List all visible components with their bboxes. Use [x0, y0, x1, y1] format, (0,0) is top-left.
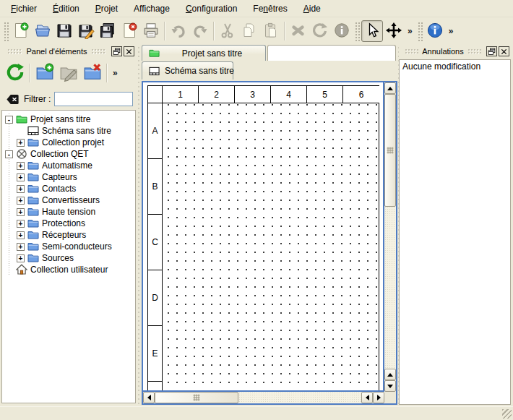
row-header-column: ABCDE	[148, 103, 163, 392]
toolbar-separator	[106, 64, 108, 82]
tree-item-collection-projet[interactable]: +Collection projet	[2, 137, 135, 148]
close-file-button[interactable]	[118, 20, 140, 42]
new-category-button[interactable]	[33, 61, 56, 85]
left-splitter-handle[interactable]	[137, 45, 141, 405]
toolbar-extension-button[interactable]: »	[110, 68, 121, 78]
tab-projet-sans-titre[interactable]: Projet sans titre	[142, 45, 266, 61]
about-button[interactable]	[424, 20, 446, 42]
save-button[interactable]	[53, 20, 75, 42]
tree-item-protections[interactable]: +Protections	[2, 218, 135, 229]
scroll-down-button[interactable]	[384, 380, 396, 392]
menu-fichier[interactable]: Fichier	[4, 1, 43, 16]
schema-view[interactable]: 123456 ABCDE	[142, 81, 397, 405]
scroll-left-button-2[interactable]	[361, 392, 373, 403]
tree-item-haute-tension[interactable]: +Haute tension	[2, 206, 135, 218]
menu-affichage[interactable]: Affichage	[127, 1, 176, 16]
toolbar-separator	[213, 22, 215, 40]
scroll-up-button[interactable]	[384, 82, 396, 94]
tree-expander-icon[interactable]: -	[5, 116, 13, 124]
copy-icon	[241, 22, 258, 40]
tree-folder-blue-icon	[27, 229, 39, 241]
schema-tab-label: Schéma sans titre	[165, 66, 234, 76]
up-arrow-icon	[387, 87, 393, 90]
tree-item-schema-sans-titre[interactable]: Schéma sans titre	[2, 125, 135, 137]
tree-expander-icon[interactable]: +	[17, 208, 25, 216]
tree-item-projet-sans-titre[interactable]: -Projet sans titre	[2, 113, 135, 125]
tree-item-recepteurs[interactable]: +Récepteurs	[2, 229, 135, 241]
tree-item-capteurs[interactable]: +Capteurs	[2, 171, 135, 183]
reload-collections-button[interactable]	[3, 61, 27, 85]
right-dock-title: Annulations	[422, 47, 464, 56]
tree-expander-icon[interactable]: +	[17, 173, 25, 181]
horizontal-scroll-thumb[interactable]	[155, 392, 238, 403]
filter-row: Filtrer :	[1, 88, 137, 110]
move-mode-button[interactable]	[383, 20, 405, 42]
tree-item-label: Capteurs	[42, 172, 77, 182]
column-header-3: 3	[235, 86, 271, 103]
left-dock-float-button[interactable]	[111, 46, 122, 56]
filter-input[interactable]	[54, 92, 133, 106]
menu-projet[interactable]: Projet	[89, 1, 124, 16]
tree-item-contacts[interactable]: +Contacts	[2, 183, 135, 194]
tree-expander-icon[interactable]: +	[17, 220, 25, 228]
delete-category-button[interactable]	[80, 61, 104, 85]
select-mode-button[interactable]	[361, 20, 383, 42]
vertical-scroll-thumb[interactable]	[384, 94, 396, 207]
save-all-button[interactable]	[97, 20, 118, 42]
new-project-button[interactable]	[10, 20, 32, 42]
left-dock-titlebar[interactable]: Panel d'éléments	[1, 45, 137, 58]
tree-qet-icon	[16, 148, 27, 160]
toolbar-handle[interactable]	[354, 21, 360, 41]
tree-expander-icon[interactable]: +	[17, 197, 25, 205]
tab-schema-sans-titre[interactable]: Schéma sans titre	[142, 61, 233, 80]
tree-item-convertisseurs[interactable]: +Convertisseurs	[2, 194, 135, 206]
menu-configuration[interactable]: Configuration	[179, 1, 243, 16]
tree-item-automatisme[interactable]: +Automatisme	[2, 160, 135, 171]
tree-item-label: Schéma sans titre	[42, 126, 111, 136]
tree-expander-icon[interactable]: +	[17, 254, 25, 262]
horizontal-scrollbar[interactable]	[143, 392, 384, 403]
toolbar-handle[interactable]	[417, 21, 423, 41]
tree-expander-icon[interactable]: +	[17, 139, 25, 147]
scroll-up-button-2[interactable]	[384, 369, 396, 380]
dock-drag-handle[interactable]	[7, 48, 22, 54]
clear-filter-button[interactable]	[5, 93, 20, 106]
tree-item-sources[interactable]: +Sources	[2, 252, 135, 264]
resize-grip[interactable]	[502, 409, 512, 419]
save-as-button[interactable]	[75, 20, 97, 42]
right-dock-float-button[interactable]	[486, 46, 497, 56]
menubar: FichierÉditionProjetAffichageConfigurati…	[0, 0, 513, 17]
left-dock-close-button[interactable]	[124, 46, 134, 56]
menu-fenetres[interactable]: Fenêtres	[246, 1, 293, 16]
tree-item-collection-qet[interactable]: -Collection QET	[2, 148, 135, 160]
tree-expander-icon[interactable]: +	[17, 162, 25, 170]
schema-canvas[interactable]: 123456 ABCDE	[143, 82, 384, 392]
vertical-scrollbar[interactable]	[384, 82, 396, 392]
print-button[interactable]	[140, 20, 162, 42]
right-dock-close-button[interactable]	[499, 46, 509, 56]
tree-item-label: Sources	[42, 253, 74, 263]
toolbar-handle[interactable]	[3, 21, 9, 41]
column-header-row: 123456	[148, 86, 379, 103]
dock-drag-handle[interactable]	[91, 48, 106, 54]
tree-expander-icon[interactable]: -	[5, 150, 13, 158]
tree-expander-icon[interactable]: +	[17, 185, 25, 193]
tree-expander-icon[interactable]: +	[17, 231, 25, 239]
undo-list-item[interactable]: Aucune modification	[400, 60, 510, 73]
right-dock-titlebar[interactable]: Annulations	[399, 45, 512, 58]
menu-aide[interactable]: Aide	[297, 1, 327, 16]
tree-folder-blue-icon	[27, 206, 39, 218]
tree-expander-icon[interactable]: +	[17, 243, 25, 251]
undo-icon	[170, 22, 187, 40]
scroll-left-button[interactable]	[143, 392, 155, 403]
dock-drag-handle[interactable]	[467, 48, 481, 54]
dock-drag-handle[interactable]	[405, 48, 418, 54]
redo-button	[189, 20, 211, 42]
toolbar-extension-button[interactable]: »	[405, 26, 415, 36]
toolbar-extension-button[interactable]: »	[446, 26, 457, 36]
tree-item-collection-utilisateur[interactable]: Collection utilisateur	[2, 264, 135, 275]
open-project-button[interactable]	[32, 20, 53, 42]
tree-item-semi-conducteurs[interactable]: +Semi-conducteurs	[2, 241, 135, 252]
menu-edition[interactable]: Édition	[46, 1, 86, 16]
scroll-right-button[interactable]	[373, 392, 384, 403]
